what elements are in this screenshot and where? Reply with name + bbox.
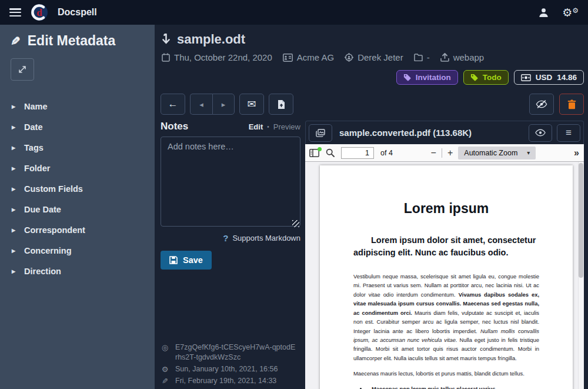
send-mail-button[interactable]: ✉ bbox=[239, 94, 264, 115]
upload-icon bbox=[440, 53, 449, 62]
sidebar-item-correspondent[interactable]: ▸Correspondent bbox=[11, 221, 144, 240]
textarea-resize-grip[interactable] bbox=[292, 220, 299, 227]
sidebar-title: ✎ Edit Metadata bbox=[11, 33, 144, 49]
pdf-scrollbar-track[interactable] bbox=[578, 162, 584, 389]
pdf-page-count: of 4 bbox=[380, 149, 393, 157]
folder-icon bbox=[414, 54, 423, 61]
item-date: Thu, October 22nd, 2020 bbox=[162, 52, 272, 62]
user-icon[interactable] bbox=[538, 7, 549, 18]
hide-item-button[interactable] bbox=[529, 94, 554, 115]
tag-badge-invitation[interactable]: Invitation bbox=[396, 70, 458, 85]
tag-badge-todo[interactable]: Todo bbox=[463, 70, 509, 85]
pdf-paragraph: Maecenas mauris lectus, lobortis et puru… bbox=[353, 369, 539, 378]
trash-icon bbox=[567, 99, 576, 109]
pdf-scrollbar-thumb[interactable] bbox=[579, 163, 583, 278]
item-updated: Fri, February 19th, 2021, 14:33 bbox=[175, 376, 276, 387]
save-notes-button[interactable]: Save bbox=[161, 251, 212, 270]
resize-diagonal-icon bbox=[18, 65, 27, 74]
sidebar-sections: ▸Name ▸Date ▸Tags ▸Folder ▸Custom Fields… bbox=[11, 97, 144, 282]
caret-right-icon: ▸ bbox=[12, 144, 15, 152]
notes-input[interactable] bbox=[161, 137, 300, 227]
target-icon: ◎ bbox=[161, 343, 169, 363]
main-panel: sample.odt Thu, October 22nd, 2020 Acme … bbox=[155, 25, 588, 389]
item-correspondent: Acme AG bbox=[283, 52, 334, 62]
envelope-icon: ✉ bbox=[247, 98, 256, 111]
zoom-out-button[interactable]: − bbox=[431, 148, 436, 158]
tags-row: Invitation Todo USD 14.86 bbox=[161, 70, 584, 85]
attachment-filename: sample.converted.pdf (113.68K) bbox=[339, 128, 472, 138]
pdf-viewer: Lorem ipsum Lorem ipsum dolor sit amet, … bbox=[305, 162, 584, 389]
caret-right-icon: ▸ bbox=[12, 164, 15, 172]
toolbar-divider bbox=[442, 148, 442, 158]
item-updated-row: ✎ Fri, February 19th, 2021, 14:33 bbox=[161, 376, 300, 387]
add-files-button[interactable] bbox=[269, 94, 293, 115]
caret-right-icon: ▸ bbox=[12, 123, 15, 131]
download-arrow-icon bbox=[162, 34, 171, 45]
custom-field-badge-usd[interactable]: USD 14.86 bbox=[514, 70, 584, 85]
sidebar-item-tags[interactable]: ▸Tags bbox=[11, 138, 144, 157]
attachment-menu-button[interactable]: ≡ bbox=[557, 124, 580, 142]
attachment-view-button[interactable] bbox=[529, 124, 552, 142]
attachment-pane: sample.converted.pdf (113.68K) ≡ bbox=[305, 121, 584, 389]
menu-icon[interactable] bbox=[9, 8, 21, 16]
sidebar-item-concerning[interactable]: ▸Concerning bbox=[11, 241, 144, 260]
pdfjs-toolbar: of 4 − + Automatic Zoom ▾ » bbox=[305, 144, 584, 162]
pencil-icon: ✎ bbox=[161, 376, 169, 387]
pdf-doc-body: Vestibulum neque massa, scelerisque sit … bbox=[353, 272, 539, 389]
caret-right-icon: ▸ bbox=[12, 247, 15, 255]
file-upload-icon bbox=[278, 99, 285, 109]
sidebar-item-direction[interactable]: ▸Direction bbox=[11, 262, 144, 281]
attachment-select-button[interactable] bbox=[309, 124, 332, 142]
zoom-level-select[interactable]: Automatic Zoom ▾ bbox=[458, 147, 536, 159]
toolbar-more-button[interactable]: » bbox=[574, 148, 580, 158]
zoom-in-button[interactable]: + bbox=[447, 148, 453, 158]
item-id-row: ◎ E7zgQefKfg6-tCEScyeH7wA-qptodErhs2T-tg… bbox=[161, 343, 300, 363]
app-title: Docspell bbox=[58, 7, 97, 18]
caret-right-icon: ▸ bbox=[12, 226, 15, 234]
pdf-doc-subtitle: Lorem ipsum dolor sit amet, consectetur … bbox=[353, 234, 539, 259]
eye-slash-icon bbox=[536, 99, 547, 109]
sidebar-item-custom-fields[interactable]: ▸Custom Fields bbox=[11, 179, 144, 198]
caret-right-icon: ▸ bbox=[12, 102, 15, 111]
sidebar-item-name[interactable]: ▸Name bbox=[11, 97, 144, 116]
item-meta-footer: ◎ E7zgQefKfg6-tCEScyeH7wA-qptodErhs2T-tg… bbox=[161, 341, 300, 389]
top-navbar: d Docspell ⚙⚙ bbox=[0, 0, 588, 25]
magnifier-icon bbox=[326, 148, 335, 157]
caret-right-icon: ▸ bbox=[12, 267, 15, 275]
pdf-page-input[interactable] bbox=[341, 147, 374, 159]
pdf-find-button[interactable] bbox=[326, 148, 335, 157]
notification-dot bbox=[318, 147, 322, 151]
back-button[interactable]: ← bbox=[161, 94, 185, 115]
list-icon: ≡ bbox=[566, 127, 572, 139]
save-floppy-icon bbox=[169, 256, 178, 264]
expand-sidebar-button[interactable] bbox=[11, 58, 34, 81]
calendar-icon bbox=[162, 53, 170, 62]
pdf-paragraph: Vestibulum neque massa, scelerisque sit … bbox=[353, 272, 539, 363]
sidebar-item-folder[interactable]: ▸Folder bbox=[11, 159, 144, 178]
notes-edit-link[interactable]: Edit bbox=[249, 122, 263, 131]
item-title-row: sample.odt bbox=[162, 32, 584, 47]
caret-right-icon: ▸ bbox=[12, 205, 15, 214]
id-card-icon bbox=[283, 54, 293, 62]
prev-item-button[interactable]: ◂ bbox=[190, 94, 212, 115]
notes-preview-link[interactable]: Preview bbox=[273, 122, 300, 131]
notes-column: Notes Edit • Preview ? Supports Markdown bbox=[161, 121, 300, 389]
pencil-icon: ✎ bbox=[11, 34, 21, 48]
sidebar-item-date[interactable]: ▸Date bbox=[11, 118, 144, 137]
pdf-bullet-item: Maecenas non lorem quis tellus placerat … bbox=[368, 385, 539, 389]
notes-heading: Notes bbox=[161, 121, 188, 132]
edit-metadata-sidebar: ✎ Edit Metadata ▸Name ▸Date ▸Tags ▸Folde… bbox=[0, 25, 155, 389]
copy-pages-icon bbox=[316, 129, 325, 137]
pdf-page: Lorem ipsum Lorem ipsum dolor sit amet, … bbox=[320, 165, 573, 389]
pdf-doc-title: Lorem ipsum bbox=[353, 201, 539, 217]
item-source: webapp bbox=[440, 52, 485, 62]
sidebar-item-due-date[interactable]: ▸Due Date bbox=[11, 200, 144, 219]
delete-item-button[interactable] bbox=[559, 94, 584, 115]
person-crosshair-icon bbox=[345, 53, 353, 62]
next-item-button[interactable]: ▸ bbox=[212, 94, 235, 115]
item-concerning: Derek Jeter bbox=[345, 52, 403, 62]
settings-gears-icon[interactable]: ⚙⚙ bbox=[562, 7, 579, 18]
attachment-header: sample.converted.pdf (113.68K) ≡ bbox=[305, 121, 584, 144]
item-created-row: ⚙ Sun, January 10th, 2021, 16:56 bbox=[161, 364, 300, 375]
pdf-sidebar-toggle-button[interactable] bbox=[309, 149, 319, 157]
